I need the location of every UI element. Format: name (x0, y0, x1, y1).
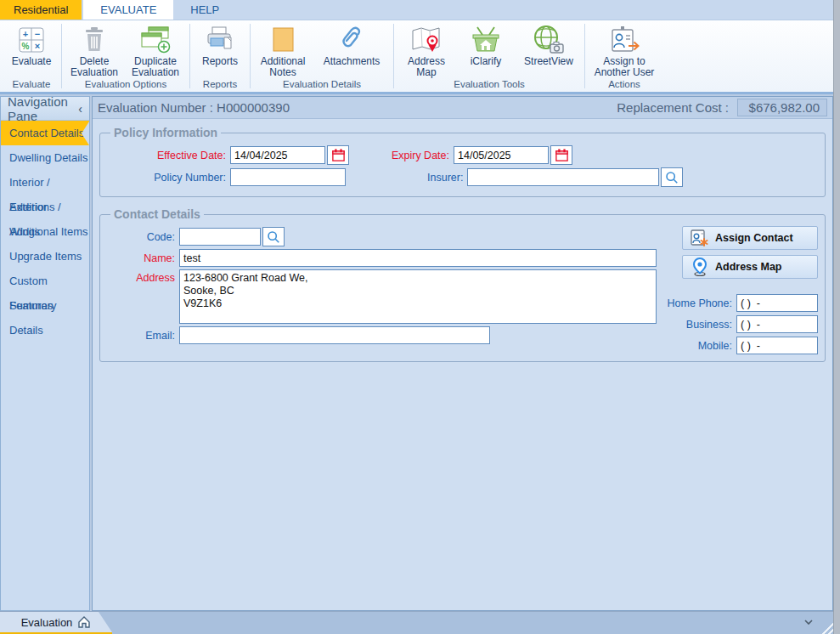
effective-date-calendar-icon[interactable] (327, 145, 349, 165)
group-label-actions: Actions (589, 79, 660, 92)
nav-item-custom-features[interactable]: Custom Features (1, 269, 89, 293)
paperclip-icon (338, 24, 365, 56)
globe-camera-icon (533, 24, 565, 56)
reports-button[interactable]: Reports (194, 22, 246, 67)
streetview-label: StreetView (524, 56, 573, 67)
group-label-reports: Reports (194, 79, 246, 92)
email-label: Email: (107, 330, 179, 342)
mobile-phone-label: Mobile: (698, 340, 736, 352)
nav-item-additional-items[interactable]: Additional Items (1, 219, 89, 244)
effective-date-label: Effective Date: (107, 150, 230, 161)
replacement-cost-value: $676,982.00 (737, 99, 827, 116)
assign-to-another-user-button[interactable]: Assign to Another User (589, 22, 660, 78)
evaluation-tab-label: Evaluation (21, 616, 73, 629)
evaluation-bottom-tab[interactable]: Evaluation (0, 612, 112, 632)
basket-house-icon (469, 24, 503, 56)
printer-icon (205, 24, 235, 56)
collapse-pane-icon[interactable]: ‹ (78, 102, 82, 116)
navigation-pane: Navigation Pane ‹ Contact Details Dwelli… (0, 96, 90, 611)
resize-grip[interactable] (818, 620, 833, 634)
svg-text:×: × (35, 41, 40, 51)
nav-item-contact-details[interactable]: Contact Details (1, 121, 89, 145)
ribbon-group-reports: Reports Reports (190, 20, 250, 92)
assign-contact-label: Assign Contact (715, 232, 793, 244)
address-map-button[interactable]: Address Map (682, 255, 818, 279)
policy-number-input[interactable] (230, 168, 346, 186)
address-textarea[interactable]: 123-6800 Grant Road We, Sooke, BC V9Z1K6 (179, 269, 657, 324)
email-input[interactable] (179, 326, 490, 344)
address-map-ribbon-label: Address Map (400, 56, 453, 78)
evaluate-button-label: Evaluate (12, 56, 52, 67)
group-label-evaluation-details: Evaluation Details (254, 79, 390, 92)
address-map-ribbon-button[interactable]: Address Map (397, 22, 455, 78)
content-panel: Evaluation Number : H000000390 Replaceme… (92, 96, 833, 611)
house-icon (77, 615, 91, 629)
nav-item-interior-exterior[interactable]: Interior / Exterior (1, 170, 89, 195)
duplicate-evaluation-label: Duplicate Evaluation (127, 56, 183, 78)
ribbon-tab-bar: Residential EVALUATE HELP (0, 0, 840, 20)
duplicate-evaluation-button[interactable]: Duplicate Evaluation (125, 22, 186, 78)
streetview-button[interactable]: StreetView (516, 22, 581, 67)
ribbon-group-evaluation-tools: Address Map iClarify (394, 20, 584, 92)
reports-label: Reports (202, 56, 238, 67)
evaluation-number-text: Evaluation Number : H000000390 (98, 100, 290, 115)
iclarify-label: iClarify (471, 56, 502, 67)
contact-details-group: Contact Details Code: Na (99, 207, 826, 362)
bottom-tab-bar: Evaluation (0, 611, 840, 634)
attachments-button[interactable]: Attachments (313, 22, 390, 67)
calculator-icon: + − % × (18, 24, 45, 56)
code-search-icon[interactable] (262, 227, 285, 246)
ribbon-group-evaluation-details: Additional Notes Attachments Evaluation … (251, 20, 393, 92)
additional-notes-button[interactable]: Additional Notes (254, 22, 312, 78)
chevron-down-icon[interactable] (804, 620, 813, 625)
nav-item-summary-details[interactable]: Summary Details (1, 293, 89, 318)
assign-contact-button[interactable]: Assign Contact (682, 226, 818, 250)
code-input[interactable] (179, 228, 261, 246)
expiry-date-input[interactable] (454, 146, 549, 164)
tab-evaluate[interactable]: EVALUATE (83, 0, 173, 20)
svg-text:−: − (35, 29, 40, 39)
ribbon-group-actions: Assign to Another User Actions (585, 20, 663, 92)
evaluate-button[interactable]: + − % × Evaluate (5, 22, 58, 67)
home-phone-label: Home Phone: (668, 297, 736, 309)
insurer-label: Insurer: (427, 172, 467, 184)
nav-item-upgrade-items[interactable]: Upgrade Items (1, 244, 89, 269)
code-label: Code: (107, 231, 179, 243)
ribbon-group-evaluate: + − % × Evaluate Evaluate (2, 20, 61, 92)
tab-residential[interactable]: Residential (0, 0, 82, 20)
insurer-search-icon[interactable] (661, 167, 683, 187)
contact-details-title: Contact Details (110, 207, 204, 221)
assign-user-icon (608, 24, 640, 56)
address-label: Address (107, 269, 179, 284)
navigation-pane-title: Navigation Pane (8, 94, 78, 123)
replacement-cost-label: Replacement Cost : (617, 100, 729, 115)
home-phone-input[interactable] (736, 294, 818, 312)
ribbon: + − % × Evaluate Evaluate (0, 20, 840, 94)
policy-information-group: Policy Information Effective Date: Expir… (99, 126, 826, 197)
expiry-date-calendar-icon[interactable] (550, 145, 572, 165)
group-label-evaluate: Evaluate (5, 79, 58, 92)
assign-contact-icon (690, 229, 710, 247)
delete-evaluation-button[interactable]: Delete Evaluation (65, 22, 123, 78)
policy-number-label: Policy Number: (107, 172, 230, 184)
business-phone-input[interactable] (736, 315, 818, 333)
attachments-label: Attachments (324, 56, 381, 67)
content-header: Evaluation Number : H000000390 Replaceme… (93, 97, 832, 119)
delete-evaluation-label: Delete Evaluation (68, 56, 121, 78)
trash-icon (83, 24, 105, 56)
group-label-evaluation-tools: Evaluation Tools (397, 79, 581, 92)
nav-item-additions-wings[interactable]: Additions / Wings (1, 195, 89, 219)
assign-to-another-user-label: Assign to Another User (591, 56, 657, 78)
effective-date-input[interactable] (230, 146, 325, 164)
vertical-scrollbar-strip[interactable] (833, 0, 840, 634)
nav-item-dwelling-details[interactable]: Dwelling Details (1, 145, 89, 170)
insurer-input[interactable] (467, 168, 659, 186)
svg-text:+: + (23, 29, 28, 39)
mobile-phone-input[interactable] (736, 337, 818, 354)
name-input[interactable] (179, 249, 657, 267)
additional-notes-label: Additional Notes (257, 56, 309, 78)
iclarify-button[interactable]: iClarify (457, 22, 515, 67)
svg-text:%: % (22, 42, 30, 51)
tab-help[interactable]: HELP (173, 0, 236, 20)
note-icon (271, 24, 295, 56)
